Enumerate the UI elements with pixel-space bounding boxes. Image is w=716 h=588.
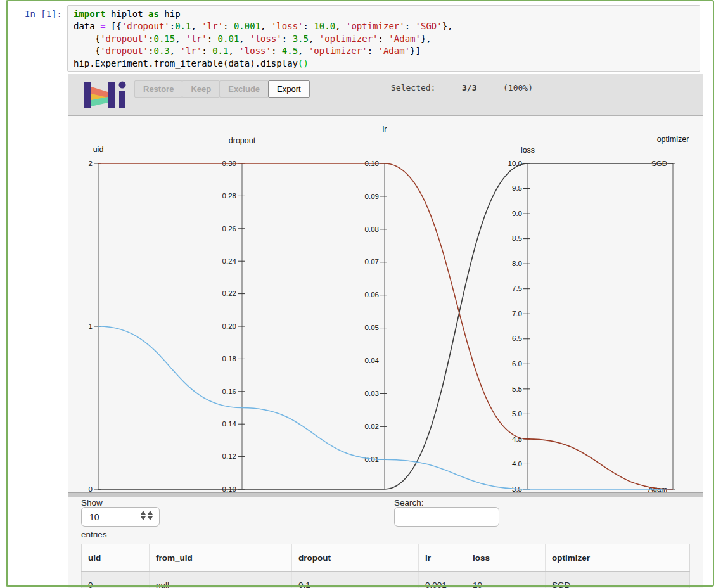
axis-title-uid[interactable]: uid — [93, 145, 104, 154]
table-cell: null — [150, 572, 292, 588]
code-line: {'dropout':0.3, 'lr': 0.1, 'loss': 4.5, … — [74, 45, 696, 57]
axis-optimizer: optimizerSGDAdam — [648, 135, 689, 492]
entries-label: entries — [81, 530, 107, 539]
table-cell: 0.001 — [419, 572, 466, 588]
tick-label: 9.0 — [512, 210, 522, 217]
tick-label: 0.03 — [365, 390, 379, 397]
tick-label: 4.0 — [512, 460, 522, 468]
axis-dropout: dropout0.100.120.140.160.180.200.220.240… — [222, 136, 256, 492]
axis-title-lr[interactable]: lr — [383, 125, 387, 134]
search-label: Search: — [394, 498, 424, 508]
data-line-uid-0 — [98, 163, 673, 489]
column-header-lr[interactable]: lr — [419, 544, 466, 572]
results-table: uidfrom_uiddropoutlrlossoptimizer 0null0… — [81, 544, 690, 588]
tick-label: 0.08 — [365, 226, 379, 233]
tick-label: 0.05 — [365, 324, 379, 331]
exclude-button[interactable]: Exclude — [219, 80, 269, 98]
code-line: data = [{'dropout':0.1, 'lr': 0.001, 'lo… — [74, 20, 696, 32]
tick-label: 0.14 — [222, 420, 237, 428]
tick-label: 0.07 — [365, 258, 379, 265]
tick-label: 7.0 — [512, 310, 522, 317]
column-header-dropout[interactable]: dropout — [292, 544, 419, 572]
code-editor[interactable]: import hiplot as hipdata = [{'dropout':0… — [67, 5, 700, 72]
tick-label: 10.0 — [508, 160, 522, 167]
selected-percent: (100%) — [503, 83, 533, 93]
data-line-uid-1 — [98, 326, 673, 489]
table-body: 0null0.10.00110SGD — [82, 572, 690, 588]
code-line: hip.Experiment.from_iterable(data).displ… — [74, 58, 696, 70]
tick-label: 0.24 — [222, 257, 237, 265]
selected-label: Selected: — [391, 83, 435, 93]
keep-button[interactable]: Keep — [182, 80, 220, 98]
data-line-uid-2 — [98, 163, 673, 489]
search-input[interactable] — [394, 507, 499, 527]
tick-label: 0.20 — [222, 323, 236, 330]
selected-count: 3/3 — [462, 83, 476, 93]
axis-title-optimizer[interactable]: optimizer — [657, 135, 689, 144]
spinner-up-down-icon[interactable] — [141, 511, 153, 520]
tick-label: 6.5 — [512, 335, 522, 342]
table-cell: SGD — [546, 572, 690, 588]
axis-loss: loss3.54.04.55.05.56.06.57.07.58.08.59.0… — [508, 146, 535, 492]
tick-label: 5.0 — [512, 410, 522, 418]
tick-label: 0.06 — [365, 291, 379, 298]
axis-lr: lr0.010.020.030.040.050.060.070.080.090.… — [365, 125, 387, 489]
tick-label: 7.5 — [512, 284, 522, 292]
tick-label: 0.26 — [222, 225, 236, 233]
tick-label: 0.12 — [222, 452, 236, 460]
axis-uid: uid012 — [89, 145, 104, 492]
table-cell: 0 — [82, 572, 150, 588]
show-label: Show — [81, 498, 103, 508]
axis-title-loss[interactable]: loss — [521, 146, 535, 155]
tick-label: 0.16 — [222, 388, 236, 395]
parallel-plot-area: uid012dropout0.100.120.140.160.180.200.2… — [68, 116, 703, 492]
tick-label: 1 — [89, 323, 93, 330]
hiplot-output: RestoreKeepExcludeExport Selected: 3/3 (… — [68, 74, 703, 588]
axis-title-dropout[interactable]: dropout — [229, 136, 256, 145]
tick-label: 0.04 — [365, 357, 380, 364]
table-cell: 0.1 — [292, 572, 419, 588]
table-row: 0null0.10.00110SGD — [82, 572, 690, 588]
tick-label: 0.18 — [222, 355, 236, 362]
table-cell: 10 — [466, 572, 546, 588]
column-header-loss[interactable]: loss — [466, 544, 546, 572]
column-header-from_uid[interactable]: from_uid — [150, 544, 292, 572]
tick-label: 8.5 — [512, 234, 522, 242]
hiplot-logo — [80, 79, 126, 111]
tick-label: 0.28 — [222, 192, 236, 200]
tick-label: 0.02 — [365, 423, 379, 430]
entries-count-value: 10 — [89, 512, 99, 522]
restore-button[interactable]: Restore — [134, 80, 182, 98]
code-line: import hiplot as hip — [74, 8, 696, 20]
cell-prompt: In [1]: — [0, 9, 62, 19]
code-line: {'dropout':0.15, 'lr': 0.01, 'loss': 3.5… — [74, 33, 696, 45]
tick-label: 0.22 — [222, 290, 236, 297]
table-header-row: uidfrom_uiddropoutlrlossoptimizer — [82, 544, 690, 572]
column-header-optimizer[interactable]: optimizer — [546, 544, 690, 572]
column-header-uid[interactable]: uid — [82, 544, 150, 572]
hiplot-toolbar: RestoreKeepExcludeExport Selected: 3/3 (… — [68, 74, 703, 116]
tick-label: 6.0 — [512, 360, 522, 368]
export-button[interactable]: Export — [268, 80, 310, 98]
tick-label: 0 — [89, 485, 93, 492]
tick-label: 5.5 — [512, 385, 522, 393]
parallel-plot: uid012dropout0.100.120.140.160.180.200.2… — [68, 116, 703, 492]
tick-label: 8.0 — [512, 260, 522, 267]
tick-label: 0.09 — [365, 193, 379, 200]
entries-count-select[interactable]: 10 — [81, 507, 160, 527]
tick-label: 2 — [89, 160, 93, 167]
plot-table-resize-handle[interactable] — [68, 492, 703, 497]
tick-label: 9.5 — [512, 184, 522, 192]
toolbar-buttons: RestoreKeepExcludeExport — [135, 80, 310, 98]
